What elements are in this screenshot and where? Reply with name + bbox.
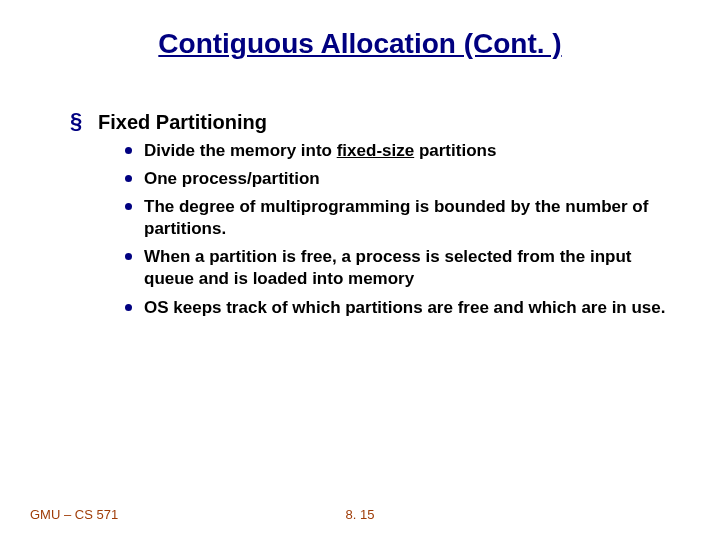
- dot-bullet-icon: [125, 304, 132, 311]
- bullet-text: OS keeps track of which partitions are f…: [144, 297, 666, 319]
- slide: Contiguous Allocation (Cont. ) § Fixed P…: [0, 0, 720, 540]
- bullet-text: Divide the memory into fixed-size partit…: [144, 140, 496, 162]
- slide-title: Contiguous Allocation (Cont. ): [0, 28, 720, 60]
- list-item: OS keeps track of which partitions are f…: [125, 297, 670, 319]
- list-item: The degree of multiprogramming is bounde…: [125, 196, 670, 240]
- list-item: One process/partition: [125, 168, 670, 190]
- list-item: Divide the memory into fixed-size partit…: [125, 140, 670, 162]
- text-fragment: Divide the memory into: [144, 141, 337, 160]
- heading-text: Fixed Partitioning: [98, 110, 267, 134]
- bullet-text: The degree of multiprogramming is bounde…: [144, 196, 670, 240]
- list-item: When a partition is free, a process is s…: [125, 246, 670, 290]
- bullet-text: When a partition is free, a process is s…: [144, 246, 670, 290]
- footer-page-number: 8. 15: [0, 507, 720, 522]
- slide-body: § Fixed Partitioning Divide the memory i…: [70, 110, 670, 319]
- bullet-text: One process/partition: [144, 168, 320, 190]
- dot-bullet-icon: [125, 147, 132, 154]
- list-item: § Fixed Partitioning: [70, 110, 670, 134]
- dot-bullet-icon: [125, 253, 132, 260]
- square-bullet-icon: §: [70, 110, 86, 132]
- dot-bullet-icon: [125, 203, 132, 210]
- dot-bullet-icon: [125, 175, 132, 182]
- underlined-text: fixed-size: [337, 141, 414, 160]
- text-fragment: partitions: [414, 141, 496, 160]
